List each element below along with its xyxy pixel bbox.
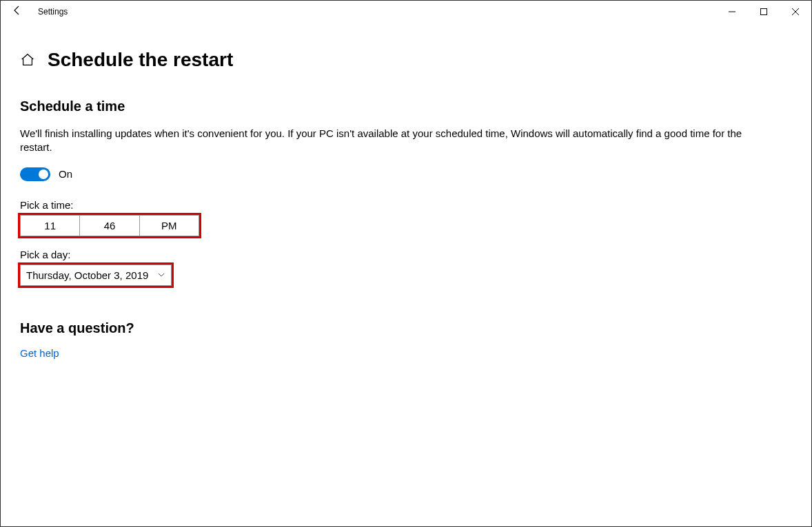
day-value: Thursday, October 3, 2019 — [26, 269, 148, 281]
pick-day-label: Pick a day: — [20, 249, 792, 260]
svg-rect-1 — [761, 9, 767, 15]
section-heading: Schedule a time — [20, 99, 792, 114]
time-ampm[interactable]: PM — [140, 216, 199, 236]
page-header: Schedule the restart — [20, 49, 792, 71]
schedule-toggle-row: On — [20, 167, 792, 181]
time-minute[interactable]: 46 — [80, 216, 139, 236]
day-picker[interactable]: Thursday, October 3, 2019 — [20, 265, 172, 286]
minimize-button[interactable] — [716, 1, 748, 23]
content-area: Schedule the restart Schedule a time We'… — [1, 23, 811, 526]
maximize-button[interactable] — [748, 1, 780, 23]
window-title: Settings — [34, 7, 68, 17]
page-title: Schedule the restart — [48, 49, 233, 71]
back-button[interactable] — [1, 5, 34, 19]
toggle-knob — [39, 169, 48, 179]
titlebar: Settings — [1, 1, 811, 23]
get-help-link[interactable]: Get help — [20, 347, 792, 359]
close-button[interactable] — [780, 1, 811, 23]
pick-time-label: Pick a time: — [20, 199, 792, 211]
time-hour[interactable]: 11 — [21, 216, 80, 236]
section-description: We'll finish installing updates when it'… — [20, 127, 771, 155]
chevron-down-icon — [157, 271, 165, 279]
home-icon[interactable] — [20, 52, 35, 68]
help-heading: Have a question? — [20, 320, 792, 336]
time-picker[interactable]: 11 46 PM — [20, 215, 199, 236]
settings-window: Settings Schedule the restart Schedule a… — [0, 0, 812, 527]
toggle-label: On — [59, 168, 72, 180]
schedule-toggle[interactable] — [20, 167, 50, 181]
